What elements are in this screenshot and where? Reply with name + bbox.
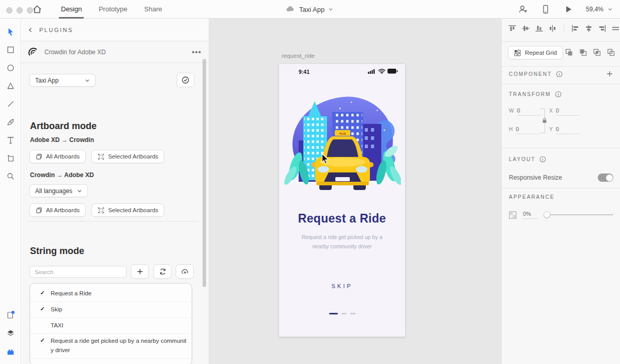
select-tool-icon[interactable]	[0, 23, 21, 41]
chevron-down-icon	[77, 188, 82, 194]
boolean-subtract-icon[interactable]	[579, 48, 587, 56]
wifi-icon	[378, 69, 385, 74]
align-horizontal-center-icon[interactable]	[584, 24, 593, 33]
tab-share[interactable]: Share	[144, 0, 162, 19]
phone-screen-subtitle[interactable]: Request a ride get picked up by a nearby…	[296, 232, 389, 251]
y-input[interactable]: 0	[556, 126, 580, 134]
opacity-value[interactable]: 0%	[522, 211, 538, 219]
component-section-label: COMPONENT	[509, 71, 563, 77]
artboard-mode-title: Artboard mode	[30, 121, 97, 132]
info-icon[interactable]	[539, 156, 546, 163]
toolbar-separator	[564, 24, 564, 33]
zoom-tool-icon[interactable]	[0, 167, 21, 185]
plugins-icon[interactable]	[0, 342, 21, 361]
align-left-icon[interactable]	[571, 24, 580, 33]
repeat-grid-button[interactable]: Repeat Grid	[508, 46, 563, 59]
selection-icon	[98, 207, 104, 214]
add-component-icon[interactable]	[606, 70, 613, 77]
tab-prototype[interactable]: Prototype	[99, 0, 128, 19]
artboard-tool-icon[interactable]	[0, 149, 21, 167]
back-chevron-icon[interactable]	[28, 27, 33, 33]
phone-status-bar: 9:41	[279, 64, 405, 77]
y-label: Y	[549, 126, 553, 132]
lock-aspect-icon[interactable]	[542, 118, 547, 123]
distribute-vertical-icon[interactable]	[548, 24, 557, 33]
libraries-icon[interactable]	[0, 305, 21, 324]
window-minimize-button[interactable]	[17, 7, 23, 13]
align-bottom-icon[interactable]	[535, 24, 544, 33]
boolean-add-icon[interactable]	[565, 48, 574, 56]
string-text: Skip	[51, 305, 187, 314]
align-top-icon[interactable]	[508, 24, 517, 33]
artboard-request-ride[interactable]: 9:41	[279, 64, 405, 337]
layers-icon[interactable]	[0, 324, 21, 342]
phone-screen-title[interactable]: Request a Ride	[279, 212, 405, 226]
languages-select[interactable]: All languages	[29, 184, 88, 197]
height-input[interactable]: 0	[516, 126, 539, 134]
document-title-chip[interactable]: Taxi App	[285, 0, 333, 19]
plugin-title-row: Crowdin for Adobe XD •••	[21, 41, 209, 63]
zoom-level-control[interactable]: 59,4%	[586, 6, 613, 13]
upload-strings-button[interactable]	[176, 264, 194, 279]
boolean-intersect-icon[interactable]	[593, 48, 601, 56]
width-input[interactable]: 0	[517, 107, 540, 116]
languages-select-value: All languages	[35, 187, 72, 195]
string-list-item[interactable]: ✓Skip	[30, 302, 192, 318]
plugins-panel: PLUGINS Crowdin for Adobe XD ••• Taxi Ap…	[21, 19, 209, 364]
document-title: Taxi App	[299, 6, 324, 13]
x-label: X	[549, 108, 553, 114]
crowdin-logo-icon	[28, 47, 38, 57]
boolean-exclude-icon[interactable]	[607, 48, 615, 56]
refresh-icon	[159, 268, 166, 275]
polygon-tool-icon[interactable]	[0, 77, 21, 95]
selected-artboards-button[interactable]: Selected Artboards	[91, 150, 164, 163]
opacity-icon	[509, 211, 517, 219]
refresh-strings-button[interactable]	[153, 264, 172, 279]
align-vertical-center-icon[interactable]	[521, 24, 530, 33]
invite-user-icon[interactable]	[518, 4, 528, 14]
status-time: 9:41	[299, 69, 309, 75]
artboard-name-label[interactable]: request_ride	[282, 53, 315, 59]
distribute-horizontal-icon[interactable]	[611, 24, 620, 33]
x-input[interactable]: 0	[556, 107, 580, 116]
home-icon[interactable]	[32, 4, 42, 14]
taxi-illustration[interactable]: TAXI	[283, 94, 401, 196]
skip-button[interactable]: SKIP	[279, 283, 405, 289]
pen-tool-icon[interactable]	[0, 113, 21, 131]
chevron-down-icon	[608, 7, 613, 12]
tab-design[interactable]: Design	[61, 0, 82, 19]
appearance-section-label: APPEARANCE	[509, 194, 554, 200]
string-list-item[interactable]: TAXI	[30, 318, 192, 334]
panel-scrollbar[interactable]	[203, 59, 206, 287]
layout-section-label: LAYOUT	[509, 156, 546, 163]
device-preview-icon[interactable]	[540, 4, 551, 14]
selected-artboards-label: Selected Artboards	[108, 207, 158, 213]
design-canvas[interactable]: request_ride 9:41	[209, 19, 501, 364]
section-divider	[502, 84, 620, 84]
search-input[interactable]	[29, 266, 127, 278]
rectangle-tool-icon[interactable]	[0, 41, 21, 59]
project-select[interactable]: Taxi App	[29, 74, 96, 87]
align-right-icon[interactable]	[598, 24, 607, 33]
string-list: ✓Request a Ride ✓Skip TAXI ✓Request a ri…	[29, 283, 192, 364]
all-artboards-button[interactable]: All Artboards	[29, 203, 86, 217]
info-icon[interactable]	[555, 91, 562, 98]
ellipse-tool-icon[interactable]	[0, 59, 21, 77]
line-tool-icon[interactable]	[0, 95, 21, 113]
selected-artboards-button[interactable]: Selected Artboards	[91, 203, 164, 217]
opacity-slider[interactable]	[544, 211, 613, 218]
check-circle-icon	[181, 76, 190, 84]
check-sync-button[interactable]	[177, 73, 194, 87]
battery-icon	[388, 69, 398, 74]
plugin-more-menu[interactable]: •••	[192, 48, 202, 56]
add-string-button[interactable]	[131, 264, 149, 279]
string-list-item[interactable]: 9:41	[30, 358, 192, 364]
string-list-item[interactable]: ✓Request a Ride	[30, 286, 192, 302]
window-close-button[interactable]	[6, 7, 12, 13]
text-tool-icon[interactable]	[0, 131, 21, 149]
responsive-resize-toggle[interactable]	[598, 173, 613, 182]
string-list-item[interactable]: ✓Request a ride get picked up by a nearb…	[30, 333, 192, 358]
all-artboards-button[interactable]: All Artboards	[29, 150, 86, 163]
info-icon[interactable]	[556, 71, 563, 77]
play-preview-icon[interactable]	[563, 4, 574, 14]
